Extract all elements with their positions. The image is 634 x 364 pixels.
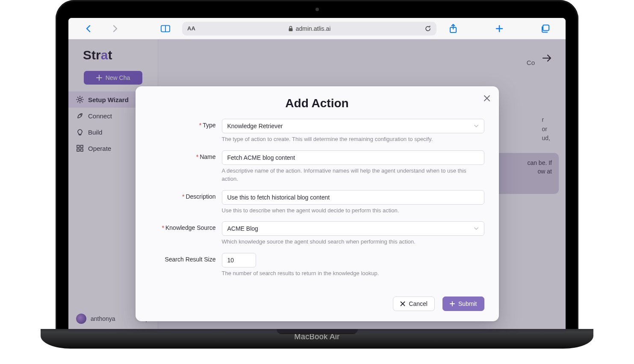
url-text: admin.atlis.ai bbox=[296, 25, 331, 32]
close-icon[interactable] bbox=[484, 95, 490, 102]
camera-notch bbox=[316, 8, 319, 11]
type-help: The type of action to create. This will … bbox=[222, 135, 484, 144]
nav-forward-button[interactable] bbox=[105, 24, 125, 33]
field-row-search-result-size: Search Result Size The number of search … bbox=[150, 253, 484, 278]
submit-button[interactable]: Submit bbox=[442, 296, 484, 311]
modal-title: Add Action bbox=[150, 97, 484, 110]
app-content: Strat New Cha Setup Wizard Connect Build bbox=[68, 39, 566, 333]
chevron-down-icon bbox=[474, 123, 479, 129]
chevron-down-icon bbox=[474, 226, 479, 231]
lock-icon bbox=[288, 26, 293, 32]
knowledge-source-label: Knowledge Source bbox=[165, 224, 216, 231]
url-bar[interactable]: AA admin.atlis.ai bbox=[182, 22, 436, 35]
description-input[interactable] bbox=[222, 190, 484, 205]
name-help: A descriptive name of the action. Inform… bbox=[222, 167, 484, 183]
field-row-name: *Name A descriptive name of the action. … bbox=[150, 150, 484, 183]
field-row-description: *Description Use this to describe when t… bbox=[150, 190, 484, 215]
name-input[interactable] bbox=[222, 150, 484, 165]
knowledge-source-select[interactable]: ACME Blog bbox=[222, 221, 484, 236]
cancel-button[interactable]: Cancel bbox=[393, 296, 435, 311]
svg-rect-6 bbox=[543, 25, 549, 30]
description-label: Description bbox=[186, 193, 215, 200]
name-label: Name bbox=[200, 153, 215, 160]
modal-footer: Cancel Submit bbox=[150, 296, 484, 311]
field-row-knowledge-source: *Knowledge Source ACME Blog Which knowle… bbox=[150, 221, 484, 246]
new-tab-icon[interactable] bbox=[490, 24, 509, 33]
search-result-size-input[interactable] bbox=[222, 253, 256, 267]
device-frame: AA admin.atlis.ai bbox=[56, 0, 578, 333]
description-help: Use this to describe when the agent woul… bbox=[222, 207, 484, 215]
search-result-size-help: The number of search results to return i… bbox=[222, 270, 484, 278]
search-result-size-label: Search Result Size bbox=[165, 256, 215, 263]
tabs-overview-icon[interactable] bbox=[536, 24, 555, 33]
cancel-label: Cancel bbox=[409, 300, 428, 307]
field-row-type: *Type Knowledge Retriever The type of ac… bbox=[150, 119, 484, 144]
reload-icon[interactable] bbox=[425, 25, 431, 32]
bookmarks-icon[interactable] bbox=[156, 24, 175, 33]
type-label: Type bbox=[203, 122, 215, 129]
knowledge-source-help: Which knowledge source the agent should … bbox=[222, 238, 484, 246]
type-select[interactable]: Knowledge Retriever bbox=[222, 119, 484, 133]
add-action-modal: Add Action *Type Knowledge Retriever The… bbox=[136, 86, 499, 321]
nav-back-button[interactable] bbox=[79, 24, 98, 33]
svg-rect-2 bbox=[289, 28, 292, 31]
text-size-icon[interactable]: AA bbox=[187, 25, 195, 32]
device-screen: AA admin.atlis.ai bbox=[68, 18, 566, 333]
submit-label: Submit bbox=[458, 300, 477, 307]
share-icon[interactable] bbox=[443, 24, 463, 33]
browser-toolbar: AA admin.atlis.ai bbox=[68, 18, 566, 39]
